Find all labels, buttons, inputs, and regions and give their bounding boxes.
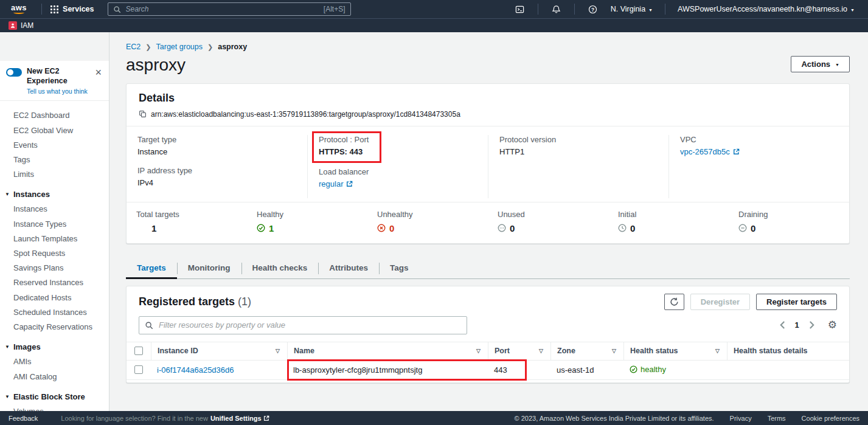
main-content: EC2 ❯ Target groups ❯ asproxy asproxy Ac… — [109, 32, 868, 411]
filter-input[interactable] — [158, 320, 461, 330]
tab-attributes[interactable]: Attributes — [318, 258, 379, 278]
sidebar-item-spot-requests[interactable]: Spot Requests — [0, 246, 109, 260]
sidebar-item-volumes[interactable]: Volumes — [0, 404, 109, 411]
iam-shortcut[interactable]: IAM — [9, 21, 33, 30]
sidebar-section-instances[interactable]: ▼Instances — [0, 187, 109, 202]
new-experience-panel: New EC2 Experience Tell us what you thin… — [0, 61, 109, 100]
services-menu-button[interactable]: Services — [48, 5, 96, 13]
sidebar-item-amis[interactable]: AMIs — [0, 354, 109, 369]
sidebar-item-reserved-instances[interactable]: Reserved Instances — [0, 275, 109, 290]
cloudshell-button[interactable] — [508, 0, 532, 18]
terms-link[interactable]: Terms — [768, 415, 786, 422]
refresh-icon — [670, 297, 679, 306]
details-heading: Details — [139, 92, 837, 105]
tab-monitoring[interactable]: Monitoring — [177, 258, 241, 278]
copy-icon[interactable] — [139, 110, 147, 118]
column-header-instance-id[interactable]: Instance ID▽ — [151, 342, 287, 360]
column-header-health-status[interactable]: Health status▽ — [623, 342, 727, 360]
aws-logo[interactable]: aws — [11, 4, 27, 14]
sidebar-item-scheduled-instances[interactable]: Scheduled Instances — [0, 305, 109, 319]
stat-total-targets: Total targets 1 — [127, 210, 247, 233]
pagination-next-icon[interactable] — [808, 320, 816, 330]
page-number[interactable]: 1 — [795, 320, 799, 330]
stat-unused: Unused 0 — [488, 210, 608, 233]
tell-us-link[interactable]: Tell us what you think — [27, 88, 88, 95]
tab-health-checks[interactable]: Health checks — [241, 258, 319, 278]
sidebar-item-instance-types[interactable]: Instance Types — [0, 216, 109, 231]
sidebar-item-instances[interactable]: Instances — [0, 202, 109, 216]
divider — [41, 4, 42, 15]
check-circle-icon — [630, 365, 637, 373]
instance-id-link[interactable]: i-06f1744a6a25d36d6 — [157, 365, 234, 375]
sort-icon: ▽ — [612, 348, 616, 354]
chevron-right-icon: ❯ — [141, 43, 156, 51]
registered-targets-panel: Registered targets(1) Deregister Registe… — [126, 286, 850, 383]
sidebar-item-capacity-reservations[interactable]: Capacity Reservations — [0, 319, 109, 334]
divider — [574, 4, 575, 15]
field-target-type: Target type Instance — [137, 135, 296, 156]
table-row: i-06f1744a6a25d36d6 lb-asproxytyler-cfcg… — [127, 361, 849, 380]
breadcrumb-link-ec2[interactable]: EC2 — [126, 43, 141, 51]
unified-settings-link[interactable]: Unified Settings — [210, 415, 269, 422]
actions-button[interactable]: Actions ▼ — [791, 56, 850, 72]
stat-draining: Draining 0 — [729, 210, 849, 233]
deregister-button[interactable]: Deregister — [690, 294, 750, 310]
target-name-cell: lb-asproxytyler-cfcg8jru1tmmqpntsjtg — [287, 365, 488, 375]
new-experience-title: New EC2 Experience — [27, 67, 88, 86]
feedback-link[interactable]: Feedback — [9, 415, 38, 422]
tab-targets[interactable]: Targets — [126, 258, 177, 278]
favorites-bar: IAM — [0, 18, 868, 32]
stat-initial: Initial 0 — [608, 210, 729, 233]
sidebar-item-ec2-global-view[interactable]: EC2 Global View — [0, 123, 109, 137]
language-text: Looking for language selection? Find it … — [61, 415, 208, 422]
region-selector[interactable]: N. Virginia ▼ — [605, 5, 659, 13]
field-protocol-port: Protocol : Port HTTPS: 443 — [319, 135, 369, 156]
sidebar-item-limits[interactable]: Limits — [0, 167, 109, 181]
svg-text:?: ? — [591, 6, 594, 12]
iam-label: IAM — [21, 21, 33, 30]
notifications-button[interactable] — [544, 0, 568, 18]
new-experience-toggle[interactable] — [6, 68, 22, 77]
search-icon — [113, 5, 121, 13]
tab-tags[interactable]: Tags — [379, 258, 420, 278]
select-all-checkbox[interactable] — [134, 347, 143, 355]
column-header-port[interactable]: Port▽ — [488, 342, 550, 360]
close-icon[interactable]: × — [92, 67, 104, 78]
sidebar-item-events[interactable]: Events — [0, 137, 109, 152]
grid-icon — [50, 5, 58, 13]
load-balancer-link[interactable]: regular — [319, 179, 353, 188]
help-button[interactable]: ? — [581, 0, 605, 18]
refresh-button[interactable] — [664, 294, 684, 310]
sidebar-item-savings-plans[interactable]: Savings Plans — [0, 261, 109, 275]
breadcrumb: EC2 ❯ Target groups ❯ asproxy — [126, 43, 850, 51]
field-load-balancer: Load balancer regular — [319, 167, 477, 188]
sidebar-item-dedicated-hosts[interactable]: Dedicated Hosts — [0, 290, 109, 305]
breadcrumb-link-target-groups[interactable]: Target groups — [156, 43, 203, 51]
sidebar-item-tags[interactable]: Tags — [0, 152, 109, 167]
filter-box[interactable] — [139, 316, 467, 334]
sidebar-item-launch-templates[interactable]: Launch Templates — [0, 231, 109, 246]
global-search-box[interactable]: [Alt+S] — [108, 2, 351, 16]
vpc-link[interactable]: vpc-2657db5c — [680, 147, 740, 156]
sidebar-item-ami-catalog[interactable]: AMI Catalog — [0, 369, 109, 384]
registered-targets-table: Instance ID▽ Name▽ Port▽ Zone▽ Health st… — [127, 342, 849, 380]
sidebar-section-images[interactable]: ▼Images — [0, 340, 109, 354]
search-input[interactable] — [125, 4, 320, 14]
register-targets-button[interactable]: Register targets — [756, 294, 837, 310]
gear-icon[interactable]: ⚙ — [828, 320, 837, 330]
column-header-name[interactable]: Name▽ — [287, 342, 488, 360]
account-menu[interactable]: AWSPowerUserAccess/navaneeth.kn@harness.… — [672, 5, 861, 13]
sidebar-section-elastic-block-store[interactable]: ▼Elastic Block Store — [0, 389, 109, 404]
details-grid: Target type Instance IP address type IPv… — [127, 126, 849, 202]
row-checkbox[interactable] — [134, 365, 143, 374]
sidebar-item-ec2-dashboard[interactable]: EC2 Dashboard — [0, 108, 109, 123]
sort-icon: ▽ — [715, 348, 720, 354]
column-header-health-status-details: Health status details — [727, 342, 849, 360]
iam-icon — [9, 21, 17, 30]
console-footer: Feedback Looking for language selection?… — [0, 411, 868, 425]
privacy-link[interactable]: Privacy — [730, 415, 752, 422]
cookie-preferences-link[interactable]: Cookie preferences — [802, 415, 859, 422]
sidebar-spacer — [0, 32, 109, 61]
pagination-prev-icon[interactable] — [779, 320, 786, 330]
column-header-zone[interactable]: Zone▽ — [550, 342, 623, 360]
